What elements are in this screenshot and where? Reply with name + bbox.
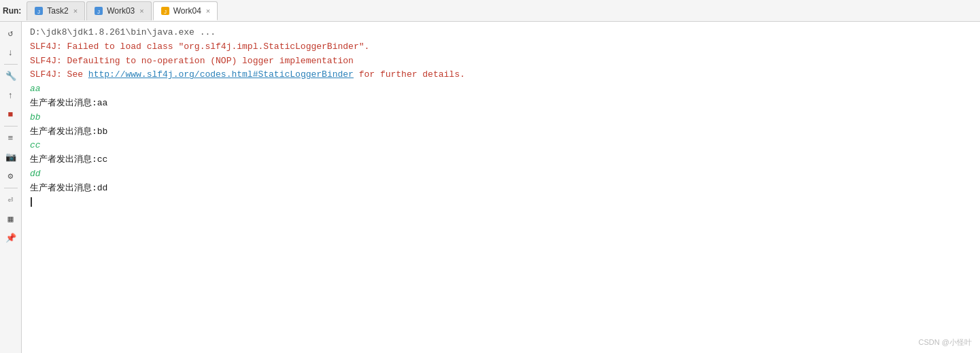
console-line-0: D:\jdk8\jdk1.8.261\bin\java.exe ... [30,26,972,40]
console-line-3: SLF4J: See http://www.slf4j.org/codes.ht… [30,68,972,82]
console-line-10: dd [30,167,972,182]
main-container: ↺↓🔧↑■≡📷⚙⏎▦📌 D:\jdk8\jdk1.8.261\bin\java.… [0,22,980,353]
scroll-down-button[interactable]: ↓ [2,44,20,61]
console-line-11: 生产者发出消息:dd [30,182,972,196]
slf4j-link[interactable]: http://www.slf4j.org/codes.html#StaticLo… [88,69,354,80]
svg-text:J: J [164,9,167,15]
console-line-2: SLF4J: Defaulting to no-operation (NOP) … [30,54,972,69]
console-line-4: aa [30,82,972,97]
format-button[interactable]: ≡ [2,129,20,147]
back-button[interactable]: ⏎ [2,191,20,209]
toolbar-divider-4 [4,126,18,127]
tab-label-task2: Task2 [47,6,68,16]
tab-close-work03[interactable]: × [139,7,143,15]
console-line-1: SLF4J: Failed to load class "org.slf4j.i… [30,40,972,54]
rerun-button[interactable]: ↺ [2,24,20,42]
console-area: D:\jdk8\jdk1.8.261\bin\java.exe ...SLF4J… [22,22,980,353]
tab-work03[interactable]: JWork03× [86,1,152,20]
tab-label-work03: Work03 [107,6,135,16]
run-label: Run: [3,6,21,16]
tab-label-work04: Work04 [173,6,201,16]
layout-button[interactable]: ▦ [2,210,20,228]
console-line-6: bb [30,111,972,125]
toolbar-divider-7 [4,188,18,188]
java-icon: J [34,6,44,16]
console-line-7: 生产者发出消息:bb [30,125,972,139]
tab-close-work04[interactable]: × [206,7,210,15]
wrench-button[interactable]: 🔧 [2,67,20,85]
console-line-5: 生产者发出消息:aa [30,97,972,111]
plugin-button[interactable]: ⚙ [2,167,20,185]
console-line-8: cc [30,139,972,153]
toolbar-divider-1 [4,64,18,65]
pin-button[interactable]: 📌 [2,229,20,247]
java-icon: J [94,6,103,16]
left-toolbar: ↺↓🔧↑■≡📷⚙⏎▦📌 [0,22,22,353]
scroll-up-button[interactable]: ↑ [2,86,20,104]
camera-button[interactable]: 📷 [2,148,20,166]
tab-close-task2[interactable]: × [73,7,78,15]
tab-task2[interactable]: JTask2× [27,1,85,20]
console-line-12 [30,196,972,210]
stop-button[interactable]: ■ [2,105,20,123]
java-icon: J [160,6,170,16]
svg-text:J: J [37,9,40,15]
watermark: CSDN @小怪叶 [919,337,972,348]
tab-work04[interactable]: JWork04× [153,1,218,20]
tab-bar: Run: JTask2×JWork03×JWork04× [0,0,980,22]
console-line-9: 生产者发出消息:cc [30,153,972,167]
svg-text:J: J [97,9,100,15]
